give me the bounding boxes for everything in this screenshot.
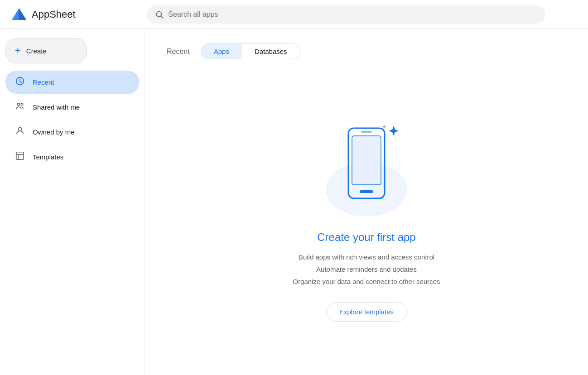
header: AppSheet <box>0 0 588 29</box>
sidebar-item-templates[interactable]: Templates <box>5 145 139 168</box>
svg-rect-9 <box>16 152 24 160</box>
templates-icon <box>14 151 25 163</box>
sidebar-item-recent-label: Recent <box>33 78 54 86</box>
sidebar-item-shared-label: Shared with me <box>33 103 80 111</box>
search-input[interactable] <box>168 10 537 19</box>
layout: + Create Recent Shar <box>0 29 588 375</box>
appsheet-logo-icon <box>11 6 27 23</box>
sidebar: + Create Recent Shar <box>0 29 145 375</box>
empty-desc-line2: Automate reminders and updates <box>293 263 440 275</box>
empty-state-description: Build apps with rich views and access co… <box>293 251 440 288</box>
phone-svg <box>344 126 389 203</box>
sidebar-item-owned[interactable]: Owned by me <box>5 120 139 144</box>
svg-rect-15 <box>361 131 372 133</box>
sidebar-item-recent[interactable]: Recent <box>5 71 139 94</box>
empty-desc-line1: Build apps with rich views and access co… <box>293 251 440 263</box>
logo-area: AppSheet <box>11 6 147 23</box>
svg-marker-2 <box>19 8 26 20</box>
tab-apps[interactable]: Apps <box>201 44 242 59</box>
recent-section-label: Recent <box>167 48 190 56</box>
tabs-row: Recent Apps Databases <box>167 43 300 59</box>
explore-templates-button[interactable]: Explore templates <box>326 302 407 322</box>
svg-rect-14 <box>360 190 373 193</box>
empty-state: Create your first app Build apps with ri… <box>167 77 566 361</box>
person-icon <box>14 126 25 138</box>
empty-desc-line3: Organize your data and connect to other … <box>293 275 440 288</box>
plus-icon: + <box>15 45 21 57</box>
create-label: Create <box>26 47 47 55</box>
svg-point-6 <box>18 103 20 106</box>
sidebar-item-owned-label: Owned by me <box>33 128 75 136</box>
svg-line-4 <box>161 16 163 18</box>
create-button[interactable]: + Create <box>5 38 87 63</box>
phone-illustration <box>321 117 412 216</box>
search-icon <box>155 10 164 19</box>
main-content: Recent Apps Databases <box>145 29 588 375</box>
people-icon <box>14 101 25 113</box>
sidebar-item-templates-label: Templates <box>33 153 63 161</box>
svg-rect-13 <box>352 136 381 185</box>
tab-databases[interactable]: Databases <box>242 44 300 59</box>
search-bar[interactable] <box>147 5 545 24</box>
svg-point-8 <box>18 128 21 131</box>
tabs-group: Apps Databases <box>201 43 300 59</box>
svg-point-7 <box>21 103 23 106</box>
clock-icon <box>14 76 25 88</box>
sidebar-item-shared[interactable]: Shared with me <box>5 96 139 119</box>
empty-state-title: Create your first app <box>317 231 415 244</box>
logo-text: AppSheet <box>32 9 76 20</box>
